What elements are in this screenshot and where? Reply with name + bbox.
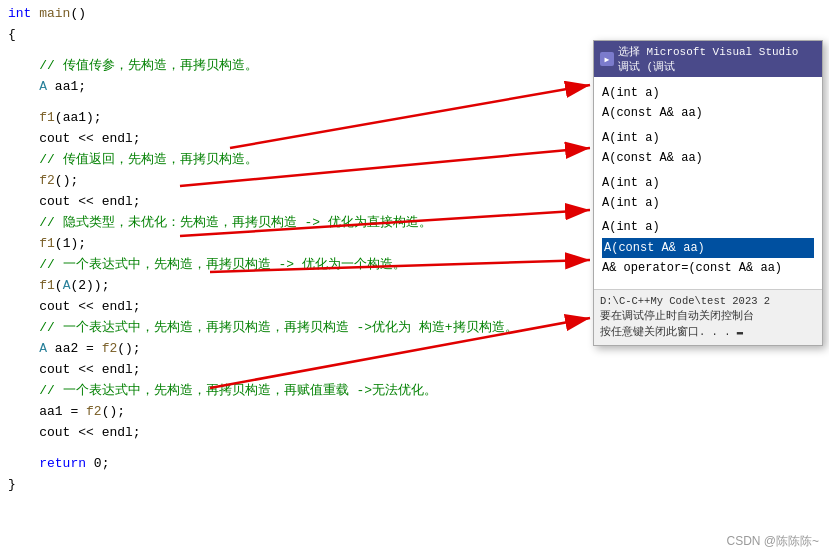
popup-line: A& operator=(const A& aa) bbox=[602, 258, 814, 278]
popup-group: A(int a)A(int a) bbox=[602, 173, 814, 214]
popup-footer: D:\C-C++My Code\test 2023 2要在调试停止时自动关闭控制… bbox=[594, 289, 822, 345]
popup-group: A(int a)A(const A& aa) bbox=[602, 83, 814, 124]
popup-line: A(const A& aa) bbox=[602, 148, 814, 168]
watermark: CSDN @陈陈陈~ bbox=[726, 533, 819, 550]
popup-group: A(int a)A(const A& aa)A& operator=(const… bbox=[602, 217, 814, 278]
popup-footer-line: 要在调试停止时自动关闭控制台 bbox=[600, 309, 816, 325]
popup-titlebar: ▶ 选择 Microsoft Visual Studio 调试 (调试 bbox=[594, 41, 822, 77]
popup-line: A(int a) bbox=[602, 83, 814, 103]
debug-popup: ▶ 选择 Microsoft Visual Studio 调试 (调试 A(in… bbox=[593, 40, 823, 346]
vs-icon: ▶ bbox=[600, 52, 614, 66]
code-line: } bbox=[8, 475, 821, 496]
popup-line: A(int a) bbox=[602, 173, 814, 193]
code-line: cout << endl; bbox=[8, 423, 821, 444]
code-line: int main() bbox=[8, 4, 821, 25]
popup-line: A(int a) bbox=[602, 217, 814, 237]
code-line: cout << endl; bbox=[8, 360, 821, 381]
popup-line: A(int a) bbox=[602, 193, 814, 213]
code-line: return 0; bbox=[8, 454, 821, 475]
code-line: aa1 = f2(); bbox=[8, 402, 821, 423]
popup-line: A(int a) bbox=[602, 128, 814, 148]
popup-line: A(const A& aa) bbox=[602, 238, 814, 258]
popup-content: A(int a)A(const A& aa)A(int a)A(const A&… bbox=[594, 77, 822, 289]
popup-footer-line: 按任意键关闭此窗口. . . ▬ bbox=[600, 325, 816, 341]
code-line: // 一个表达式中，先构造，再拷贝构造，再赋值重载 ->无法优化。 bbox=[8, 381, 821, 402]
popup-line: A(const A& aa) bbox=[602, 103, 814, 123]
popup-footer-line: D:\C-C++My Code\test 2023 2 bbox=[600, 294, 816, 310]
popup-title: 选择 Microsoft Visual Studio 调试 (调试 bbox=[618, 44, 816, 74]
popup-group: A(int a)A(const A& aa) bbox=[602, 128, 814, 169]
